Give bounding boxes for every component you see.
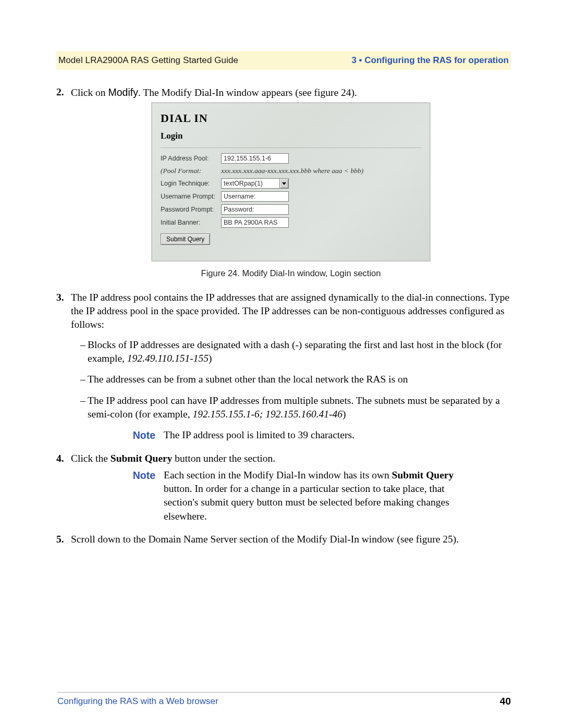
step3-bullets: Blocks of IP addresses are designated wi…	[71, 338, 511, 422]
header-band: Model LRA2900A RAS Getting Started Guide…	[56, 51, 511, 70]
step5-text: Scroll down to the Domain Name Server se…	[71, 534, 459, 545]
note-2: Note Each section in the Modify Dial-In …	[124, 468, 511, 523]
ip-pool-input[interactable]: 192.155.155.1-6	[221, 153, 289, 164]
step3-intro: The IP address pool contains the IP addr…	[71, 292, 509, 330]
footer-section-title: Configuring the RAS with a Web browser	[57, 696, 218, 707]
header-doc-title: Model LRA2900A RAS Getting Started Guide	[58, 55, 238, 66]
note-text-2: Each section in the Modify Dial-In windo…	[164, 468, 466, 523]
ordered-steps: Click on Modify. The Modify Dial-In wind…	[56, 85, 511, 546]
note-label-1: Note	[124, 428, 155, 442]
initial-banner-label: Initial Banner:	[161, 218, 221, 227]
chevron-down-icon	[282, 182, 286, 185]
login-technique-value: textORpap(1)	[222, 179, 279, 188]
password-prompt-label: Password Prompt:	[161, 205, 221, 214]
page: Model LRA2900A RAS Getting Started Guide…	[0, 0, 563, 728]
pool-format-value: xxx.xxx.xxx.aaa-xxx.xxx.xxx.bbb where aa…	[221, 166, 363, 176]
note2-post: button. In order for a change in a parti…	[164, 483, 449, 522]
login-technique-label: Login Technique:	[161, 179, 221, 188]
step4-pre: Click the	[71, 453, 111, 464]
step2-prefix: Click on	[71, 87, 108, 98]
b2-pre: The addresses can be from a subnet other…	[88, 374, 408, 385]
username-prompt-label: Username Prompt:	[161, 192, 221, 201]
figure-caption: Figure 24. Modify Dial-In window, Login …	[71, 267, 511, 279]
login-technique-select[interactable]: textORpap(1)	[221, 178, 289, 189]
dialin-title: DIAL IN	[161, 110, 421, 126]
modify-word: Modify	[108, 87, 138, 98]
pool-format-label: (Pool Format:	[161, 166, 221, 176]
row-login-technique: Login Technique: textORpap(1)	[161, 178, 421, 189]
step4-post: button under the section.	[172, 453, 275, 464]
row-initial-banner: Initial Banner: BB PA 2900A RAS	[161, 217, 421, 228]
note2-pre: Each section in the Modify Dial-In windo…	[164, 470, 392, 480]
password-prompt-input[interactable]: Password:	[221, 204, 289, 215]
step-4: Click the Submit Query button under the …	[56, 452, 511, 524]
step2-suffix: . The Modify Dial-In window appears (see…	[138, 87, 357, 98]
bullet-2: The addresses can be from a subnet other…	[80, 373, 511, 386]
step4-bold: Submit Query	[111, 453, 173, 464]
figure-24: DIAL IN Login IP Address Pool: 192.155.1…	[71, 103, 511, 279]
dialin-subtitle: Login	[161, 130, 421, 142]
content: Click on Modify. The Modify Dial-In wind…	[56, 85, 511, 556]
note2-bold: Submit Query	[392, 470, 454, 480]
header-chapter: 3 • Configuring the RAS for operation	[351, 55, 509, 66]
dialin-window: DIAL IN Login IP Address Pool: 192.155.1…	[152, 103, 430, 261]
b1-italic: 192.49.110.151-155	[127, 353, 209, 364]
row-ip-pool: IP Address Pool: 192.155.155.1-6	[161, 153, 421, 164]
submit-query-button[interactable]: Submit Query	[161, 233, 210, 245]
note-label-2: Note	[124, 468, 155, 523]
ip-pool-label: IP Address Pool:	[161, 154, 221, 163]
row-username-prompt: Username Prompt: Username:	[161, 191, 421, 202]
b3-italic: 192.155.155.1-6; 192.155.160.41-46	[192, 409, 342, 419]
note-text-1: The IP address pool is limited to 39 cha…	[164, 428, 466, 442]
footer: Configuring the RAS with a Web browser 4…	[57, 692, 511, 707]
divider	[161, 147, 421, 148]
dropdown-button[interactable]	[279, 179, 288, 188]
row-password-prompt: Password Prompt: Password:	[161, 204, 421, 215]
b1-post: )	[209, 353, 212, 364]
username-prompt-input[interactable]: Username:	[221, 191, 289, 202]
step-2: Click on Modify. The Modify Dial-In wind…	[56, 85, 511, 279]
bullet-1: Blocks of IP addresses are designated wi…	[80, 338, 511, 366]
bullet-3: The IP address pool can have IP addresse…	[80, 394, 511, 422]
b3-post: )	[342, 409, 346, 419]
initial-banner-input[interactable]: BB PA 2900A RAS	[221, 217, 289, 228]
row-pool-format: (Pool Format: xxx.xxx.xxx.aaa-xxx.xxx.xx…	[161, 166, 421, 176]
step-5: Scroll down to the Domain Name Server se…	[56, 533, 511, 546]
page-number: 40	[500, 696, 511, 707]
step-3: The IP address pool contains the IP addr…	[56, 291, 511, 442]
note-1: Note The IP address pool is limited to 3…	[124, 428, 511, 442]
